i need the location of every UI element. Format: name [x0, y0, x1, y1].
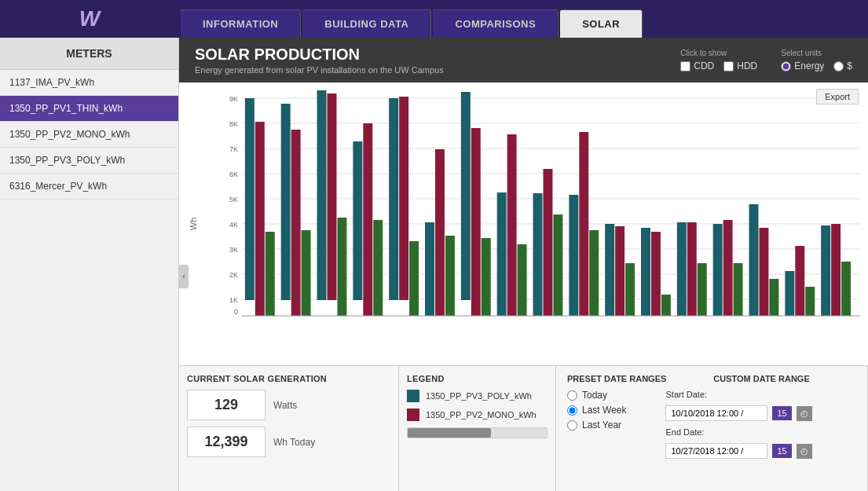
svg-rect-65 [795, 246, 804, 316]
svg-rect-63 [769, 279, 778, 316]
svg-rect-29 [363, 123, 372, 316]
svg-rect-38 [471, 128, 481, 316]
select-units-label: Select units [781, 49, 822, 57]
current-solar-title: CURRENT SOLAR GENERATION [187, 374, 390, 383]
dollar-radio[interactable]: $ [833, 60, 852, 71]
solar-header: SOLAR PRODUCTION Energy generated from s… [179, 38, 868, 82]
wh-value: 12,399 [187, 427, 266, 457]
svg-text:1K: 1K [229, 296, 238, 304]
date-panel: PRESET DATE RANGES CUSTOM DATE RANGE Tod… [556, 366, 868, 491]
sidebar-item-pv1[interactable]: 1350_PP_PV1_THIN_kWh [0, 96, 178, 122]
end-time-icon[interactable]: ◴ [797, 444, 812, 459]
sidebar-collapse[interactable]: ‹ [179, 265, 189, 288]
wh-unit: Wh Today [273, 437, 315, 448]
preset-title: PRESET DATE RANGES [567, 374, 666, 383]
svg-rect-54 [661, 295, 671, 316]
nav-logo: W [0, 0, 179, 38]
svg-rect-43 [533, 193, 543, 316]
legend-panel: LEGEND 1350_PP_PV3_POLY_kWh 1350_PP_PV2_… [399, 366, 556, 491]
svg-rect-22 [281, 104, 291, 300]
svg-rect-68 [831, 224, 841, 316]
svg-rect-57 [698, 263, 707, 316]
watts-value: 129 [187, 390, 266, 420]
svg-rect-62 [759, 228, 768, 316]
end-date-label: End Date: [665, 427, 704, 437]
sidebar-item-mercer[interactable]: 6316_Mercer_PV_kWh [0, 174, 178, 200]
svg-rect-32 [399, 97, 408, 300]
sidebar-title: METERS [0, 38, 178, 70]
click-to-show-label: Click to show [680, 49, 727, 57]
svg-rect-60 [734, 263, 743, 316]
svg-rect-48 [589, 230, 599, 316]
svg-rect-25 [317, 90, 327, 300]
svg-rect-58 [713, 224, 723, 316]
legend-scrollbar[interactable] [407, 427, 548, 438]
current-solar-panel: CURRENT SOLAR GENERATION 129 Watts 12,39… [179, 366, 399, 491]
svg-rect-40 [497, 192, 507, 316]
solar-title: SOLAR PRODUCTION [195, 46, 444, 64]
start-calendar-icon[interactable]: 15 [772, 406, 791, 420]
svg-text:4K: 4K [229, 221, 238, 229]
svg-text:6K: 6K [229, 170, 238, 178]
watts-unit: Watts [273, 400, 297, 411]
start-date-input[interactable] [665, 405, 767, 421]
energy-radio[interactable]: Energy [781, 60, 824, 71]
preset-lastyear[interactable]: Last Year [567, 420, 626, 431]
svg-text:3K: 3K [229, 246, 238, 254]
legend-item-poly: 1350_PP_PV3_POLY_kWh [407, 390, 548, 402]
svg-rect-36 [445, 236, 455, 316]
svg-rect-46 [569, 195, 578, 316]
sidebar-item-pv2[interactable]: 1350_PP_PV2_MONO_kWh [0, 122, 178, 148]
svg-rect-47 [579, 132, 588, 316]
svg-rect-26 [327, 93, 336, 300]
svg-rect-20 [255, 122, 265, 316]
end-date-input[interactable] [665, 443, 767, 459]
svg-rect-27 [337, 218, 346, 316]
svg-rect-31 [389, 98, 398, 300]
svg-rect-41 [507, 134, 517, 316]
svg-rect-49 [605, 224, 614, 316]
svg-rect-45 [553, 214, 562, 316]
svg-rect-39 [482, 238, 491, 316]
legend-color-mono [407, 409, 419, 421]
svg-rect-67 [821, 225, 830, 316]
svg-rect-44 [543, 169, 552, 316]
svg-rect-19 [245, 98, 255, 300]
tab-comparisons[interactable]: COMPARISONS [433, 9, 559, 38]
svg-rect-21 [266, 232, 275, 316]
cdd-checkbox[interactable]: CDD [680, 60, 714, 71]
hdd-checkbox[interactable]: HDD [723, 60, 757, 71]
sidebar: METERS 1137_IMA_PV_kWh 1350_PP_PV1_THIN_… [0, 38, 179, 491]
svg-rect-50 [615, 226, 624, 316]
svg-rect-53 [651, 232, 661, 316]
svg-text:0: 0 [234, 308, 238, 316]
svg-rect-28 [353, 141, 362, 300]
svg-rect-69 [841, 262, 851, 316]
export-button[interactable]: Export [816, 89, 859, 104]
svg-rect-59 [723, 220, 733, 316]
sidebar-item-ima[interactable]: 1137_IMA_PV_kWh [0, 70, 178, 96]
svg-rect-52 [641, 228, 650, 316]
tab-building-data[interactable]: BUILDING DATA [302, 9, 431, 38]
sidebar-item-pv3[interactable]: 1350_PP_PV3_POLY_kWh [0, 148, 178, 174]
svg-rect-37 [461, 92, 471, 300]
svg-text:7K: 7K [229, 145, 238, 153]
tab-information[interactable]: INFORMATION [181, 9, 301, 38]
svg-rect-35 [435, 149, 445, 316]
start-date-label: Start Date: [665, 390, 707, 399]
svg-rect-51 [625, 263, 635, 316]
chart-area: Export Wh 9K 8K 7K 6K 5K 4K 3K [179, 82, 868, 365]
preset-today[interactable]: Today [567, 390, 626, 401]
legend-title: LEGEND [407, 374, 548, 383]
solar-subtitle: Energy generated from solar PV installat… [195, 65, 444, 75]
end-calendar-icon[interactable]: 15 [772, 444, 791, 458]
svg-rect-24 [302, 230, 311, 316]
svg-text:5K: 5K [229, 196, 238, 203]
svg-text:9K: 9K [229, 95, 238, 103]
svg-text:2K: 2K [229, 271, 238, 279]
tab-solar[interactable]: SOLAR [560, 9, 643, 38]
svg-rect-42 [518, 244, 527, 316]
start-time-icon[interactable]: ◴ [797, 406, 812, 421]
svg-rect-61 [749, 204, 759, 316]
preset-lastweek[interactable]: Last Week [567, 405, 626, 416]
